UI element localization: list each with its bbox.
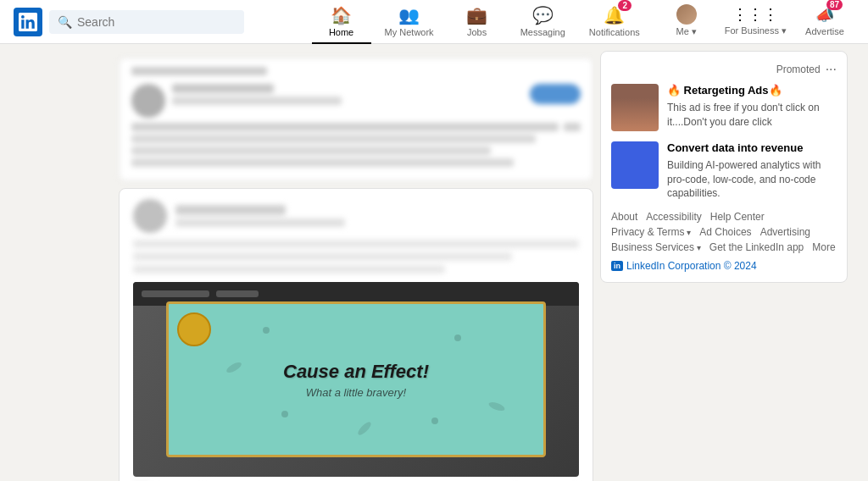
feed-column: Cause an Effect! What a little bravery! bbox=[0, 44, 593, 481]
ad-desc-2: Building AI-powered analytics with pro-c… bbox=[667, 158, 837, 201]
ad-thumb-2 bbox=[611, 141, 659, 189]
ad-desc-1: This ad is free if you don't click on it… bbox=[667, 101, 837, 130]
nav-item-advertise[interactable]: 📣 87 Advertise bbox=[795, 0, 854, 44]
search-icon: 🔍 bbox=[58, 15, 72, 29]
ad-header: Promoted ··· bbox=[611, 62, 837, 77]
post-meta bbox=[175, 205, 579, 227]
advertise-icon: 📣 87 bbox=[815, 6, 834, 25]
post-header-blurred bbox=[133, 199, 579, 274]
ad-face-image bbox=[611, 84, 659, 131]
nav-home-label: Home bbox=[329, 27, 353, 37]
footer-link-ad-choices[interactable]: Ad Choices bbox=[699, 226, 751, 238]
nav-item-notifications[interactable]: 🔔 2 Notifications bbox=[579, 0, 650, 44]
footer-brand-text: LinkedIn Corporation © 2024 bbox=[626, 260, 757, 272]
nav-item-jobs[interactable]: 💼 Jobs bbox=[448, 0, 507, 44]
post-text-1 bbox=[133, 240, 579, 248]
nav-advertise-label: Advertise bbox=[805, 26, 844, 36]
footer-link-business-services[interactable]: Business Services bbox=[611, 241, 701, 253]
post-image-title: Cause an Effect! bbox=[283, 361, 429, 383]
my-network-icon: 👥 bbox=[398, 5, 420, 25]
linkedin-brand-logo: in bbox=[611, 261, 623, 271]
nav-mynetwork-label: My Network bbox=[385, 27, 434, 37]
linkedin-logo[interactable] bbox=[14, 8, 42, 36]
footer-link-get-app[interactable]: Get the LinkedIn app bbox=[709, 241, 804, 253]
ad-item-1: 🔥 Retargeting Ads🔥 This ad is free if yo… bbox=[611, 84, 837, 131]
nav-item-for-business[interactable]: ⋮⋮⋮ For Business ▾ bbox=[716, 0, 795, 44]
nav-center: 🏠 Home 👥 My Network 💼 Jobs 💬 Messaging 🔔… bbox=[312, 0, 650, 44]
post-avatar bbox=[133, 199, 167, 233]
footer-link-about[interactable]: About bbox=[611, 211, 637, 223]
for-business-icon: ⋮⋮⋮ bbox=[732, 5, 778, 24]
jobs-icon: 💼 bbox=[466, 5, 487, 25]
footer-link-advertising[interactable]: Advertising bbox=[760, 226, 810, 238]
ad-content-2: Convert data into revenue Building AI-po… bbox=[667, 141, 837, 201]
messaging-icon: 💬 bbox=[532, 5, 554, 25]
search-bar[interactable]: 🔍 bbox=[49, 10, 244, 34]
notifications-icon: 🔔 2 bbox=[604, 5, 625, 25]
main-post: Cause an Effect! What a little bravery! bbox=[119, 188, 593, 481]
promoted-label: Promoted bbox=[776, 64, 821, 75]
ad-title-2: Convert data into revenue bbox=[667, 141, 837, 156]
advertise-badge: 87 bbox=[826, 0, 843, 10]
nav-right: Me ▾ ⋮⋮⋮ For Business ▾ 📣 87 Advertise bbox=[657, 0, 854, 44]
nav-item-home[interactable]: 🏠 Home bbox=[312, 0, 371, 44]
nav-business-label: For Business ▾ bbox=[725, 25, 787, 36]
nav-jobs-label: Jobs bbox=[467, 27, 487, 37]
post-image-badge bbox=[177, 312, 211, 346]
top-post bbox=[119, 58, 593, 181]
main-layout: Cause an Effect! What a little bravery! bbox=[0, 44, 868, 481]
top-nav: 🔍 🏠 Home 👥 My Network 💼 Jobs 💬 Messaging… bbox=[0, 0, 868, 44]
ad-content-1: 🔥 Retargeting Ads🔥 This ad is free if yo… bbox=[667, 84, 837, 129]
post-image-subtitle: What a little bravery! bbox=[306, 386, 407, 399]
ad-title-1: 🔥 Retargeting Ads🔥 bbox=[667, 84, 837, 98]
notifications-badge: 2 bbox=[618, 0, 632, 11]
search-input[interactable] bbox=[77, 15, 236, 29]
post-author-sub bbox=[175, 218, 345, 227]
right-sidebar: Promoted ··· 🔥 Retargeting Ads🔥 This ad … bbox=[593, 44, 848, 481]
footer-link-help-center[interactable]: Help Center bbox=[710, 211, 765, 223]
more-icon[interactable]: ··· bbox=[826, 62, 837, 77]
nav-item-messaging[interactable]: 💬 Messaging bbox=[510, 0, 576, 44]
ad-thumb-1 bbox=[611, 84, 659, 131]
post-image: Cause an Effect! What a little bravery! bbox=[133, 282, 579, 477]
nav-item-my-network[interactable]: 👥 My Network bbox=[375, 0, 444, 44]
nav-item-me[interactable]: Me ▾ bbox=[657, 0, 716, 44]
home-icon: 🏠 bbox=[331, 5, 352, 25]
post-text-2 bbox=[133, 252, 512, 261]
nav-notifications-label: Notifications bbox=[589, 27, 640, 37]
nav-messaging-label: Messaging bbox=[520, 27, 565, 37]
ad-card: Promoted ··· 🔥 Retargeting Ads🔥 This ad … bbox=[600, 51, 848, 283]
post-author-name bbox=[175, 205, 286, 215]
footer-brand: in LinkedIn Corporation © 2024 bbox=[611, 260, 837, 272]
footer-link-accessibility[interactable]: Accessibility bbox=[646, 211, 701, 223]
avatar bbox=[676, 4, 697, 25]
nav-me-label: Me ▾ bbox=[676, 26, 697, 37]
post-image-inner: Cause an Effect! What a little bravery! bbox=[166, 301, 545, 457]
footer-link-privacy[interactable]: Privacy & Terms bbox=[611, 226, 691, 238]
post-text-3 bbox=[133, 265, 445, 274]
footer-link-more[interactable]: More bbox=[812, 241, 835, 253]
ad-item-2: Convert data into revenue Building AI-po… bbox=[611, 141, 837, 201]
footer-links: About Accessibility Help Center Privacy … bbox=[611, 211, 837, 253]
